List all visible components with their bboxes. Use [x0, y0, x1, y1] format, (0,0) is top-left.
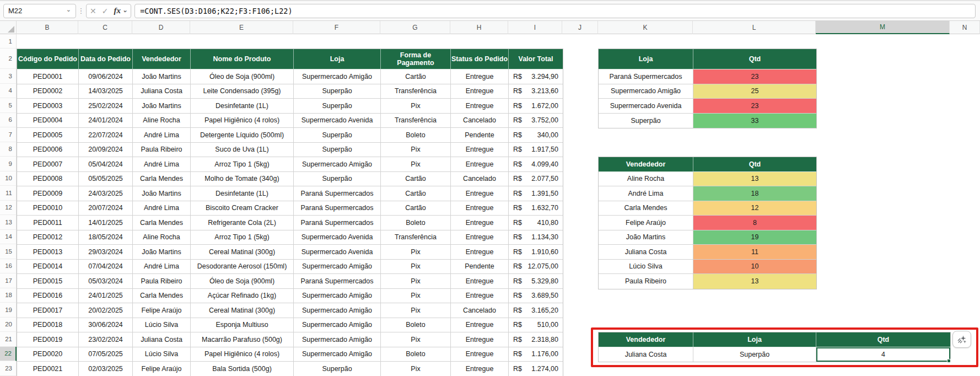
- orders-cell[interactable]: Carla Mendes: [133, 216, 191, 230]
- seller-qty-cell[interactable]: 13: [693, 172, 816, 187]
- row-header-21[interactable]: 21: [0, 332, 17, 347]
- orders-cell[interactable]: PED0017: [17, 303, 79, 318]
- orders-cell[interactable]: Entregue: [451, 84, 509, 99]
- cancel-icon[interactable]: ✕: [90, 7, 96, 15]
- orders-cell[interactable]: Supermercado Amigão: [294, 347, 381, 362]
- orders-header-cell[interactable]: Vendededor: [133, 49, 191, 69]
- orders-header-cell[interactable]: Forma de Pagamento: [381, 49, 451, 69]
- orders-cell[interactable]: Aline Rocha: [133, 230, 191, 245]
- seller-qty-cell[interactable]: 12: [693, 201, 816, 216]
- orders-cell[interactable]: R$1.274,00: [509, 362, 563, 376]
- orders-cell[interactable]: PED0007: [17, 157, 79, 172]
- store-qty-cell[interactable]: 25: [693, 84, 816, 99]
- orders-cell[interactable]: 20/02/2025: [79, 303, 133, 318]
- orders-cell[interactable]: R$3.165,20: [509, 303, 563, 318]
- orders-cell[interactable]: Superpão: [294, 143, 381, 158]
- orders-cell[interactable]: Açúcar Refinado (1kg): [191, 289, 294, 304]
- orders-cell[interactable]: Boleto: [381, 347, 451, 362]
- orders-cell[interactable]: Pix: [381, 289, 451, 304]
- orders-cell[interactable]: Leite Condensado (395g): [191, 84, 294, 99]
- orders-cell[interactable]: R$12.075,00: [509, 260, 563, 275]
- orders-cell[interactable]: Supermercado Amigão: [294, 157, 381, 172]
- column-header-C[interactable]: C: [78, 21, 132, 34]
- seller-qty-cell[interactable]: 10: [693, 260, 816, 275]
- orders-cell[interactable]: Entregue: [451, 216, 509, 230]
- seller-qty-cell[interactable]: 19: [693, 230, 816, 245]
- insert-function-button[interactable]: fx⌄: [114, 6, 127, 15]
- orders-cell[interactable]: Desodorante Aerosol (150ml): [191, 260, 294, 275]
- seller-header-cell[interactable]: Qtd: [693, 157, 816, 172]
- orders-cell[interactable]: PED0002: [17, 84, 79, 99]
- orders-cell[interactable]: 05/05/2025: [79, 172, 133, 187]
- row-header-7[interactable]: 7: [0, 127, 17, 142]
- orders-cell[interactable]: R$510,00: [509, 318, 563, 333]
- orders-cell[interactable]: R$3.689,50: [509, 289, 563, 304]
- seller-name-cell[interactable]: João Martins: [599, 230, 693, 245]
- row-header-5[interactable]: 5: [0, 98, 17, 113]
- row-header-8[interactable]: 8: [0, 142, 17, 157]
- orders-cell[interactable]: 05/03/2024: [79, 274, 133, 289]
- orders-cell[interactable]: PED0009: [17, 186, 79, 201]
- orders-cell[interactable]: Pix: [381, 274, 451, 289]
- orders-cell[interactable]: João Martins: [133, 245, 191, 260]
- orders-cell[interactable]: PED0001: [17, 69, 79, 84]
- orders-cell[interactable]: Suco de Uva (1L): [191, 143, 294, 158]
- orders-cell[interactable]: 02/03/2025: [79, 362, 133, 376]
- orders-cell[interactable]: Boleto: [381, 128, 451, 143]
- orders-cell[interactable]: 29/03/2024: [79, 245, 133, 260]
- orders-cell[interactable]: Entregue: [451, 99, 509, 114]
- orders-cell[interactable]: Entregue: [451, 245, 509, 260]
- orders-cell[interactable]: PED0004: [17, 114, 79, 128]
- orders-cell[interactable]: 14/03/2025: [79, 84, 133, 99]
- seller-name-cell[interactable]: Paula Ribeiro: [599, 274, 693, 289]
- store-header-cell[interactable]: Qtd: [693, 49, 816, 69]
- orders-cell[interactable]: Paraná Supermercados: [294, 216, 381, 230]
- row-header-16[interactable]: 16: [0, 259, 17, 274]
- orders-cell[interactable]: PED0019: [17, 332, 79, 347]
- select-all-corner[interactable]: [0, 21, 17, 34]
- orders-cell[interactable]: Macarrão Parafuso (500g): [191, 332, 294, 347]
- orders-cell[interactable]: 23/02/2024: [79, 332, 133, 347]
- orders-cell[interactable]: Lúcio Silva: [133, 318, 191, 333]
- column-header-G[interactable]: G: [380, 21, 450, 34]
- row-header-15[interactable]: 15: [0, 244, 17, 259]
- orders-cell[interactable]: R$1.910,60: [509, 245, 563, 260]
- seller-name-cell[interactable]: Lúcio Silva: [599, 260, 693, 275]
- orders-cell[interactable]: Entregue: [451, 289, 509, 304]
- orders-cell[interactable]: Felipe Araújo: [133, 362, 191, 376]
- orders-cell[interactable]: R$410,80: [509, 216, 563, 230]
- orders-cell[interactable]: Transferência: [381, 230, 451, 245]
- orders-header-cell[interactable]: Código do Pedido: [17, 49, 79, 69]
- orders-cell[interactable]: R$2.318,80: [509, 332, 563, 347]
- column-header-E[interactable]: E: [190, 21, 293, 34]
- column-header-D[interactable]: D: [132, 21, 190, 34]
- column-header-I[interactable]: I: [508, 21, 562, 34]
- orders-cell[interactable]: 30/06/2024: [79, 318, 133, 333]
- orders-cell[interactable]: Paraná Supermercados: [294, 274, 381, 289]
- orders-cell[interactable]: Lúcio Silva: [133, 347, 191, 362]
- orders-cell[interactable]: Cartão: [381, 69, 451, 84]
- orders-cell[interactable]: Pix: [381, 332, 451, 347]
- row-header-4[interactable]: 4: [0, 84, 17, 99]
- orders-cell[interactable]: Carla Mendes: [133, 172, 191, 187]
- orders-cell[interactable]: Pix: [381, 245, 451, 260]
- orders-cell[interactable]: Paraná Supermercados: [294, 201, 381, 216]
- orders-cell[interactable]: Cancelado: [451, 172, 509, 187]
- orders-cell[interactable]: PED0021: [17, 362, 79, 376]
- orders-cell[interactable]: Pix: [381, 143, 451, 158]
- seller-header-cell[interactable]: Vendededor: [599, 157, 693, 172]
- store-name-cell[interactable]: Paraná Supermercados: [599, 69, 693, 84]
- orders-cell[interactable]: PED0018: [17, 318, 79, 333]
- orders-cell[interactable]: 22/07/2024: [79, 128, 133, 143]
- orders-cell[interactable]: Entregue: [451, 347, 509, 362]
- orders-cell[interactable]: Superpão: [294, 84, 381, 99]
- orders-cell[interactable]: Entregue: [451, 69, 509, 84]
- orders-cell[interactable]: Cereal Matinal (300g): [191, 245, 294, 260]
- column-header-K[interactable]: K: [598, 21, 693, 34]
- orders-cell[interactable]: Arroz Tipo 1 (5kg): [191, 157, 294, 172]
- orders-cell[interactable]: Transferência: [381, 84, 451, 99]
- orders-cell[interactable]: Felipe Araújo: [133, 303, 191, 318]
- orders-cell[interactable]: Cartão: [381, 172, 451, 187]
- row-header-23[interactable]: 23: [0, 361, 17, 376]
- seller-name-cell[interactable]: Felipe Araújo: [599, 216, 693, 230]
